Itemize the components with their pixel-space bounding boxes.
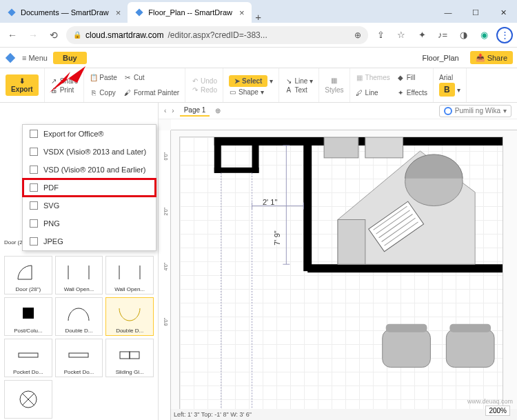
- pages-next-button[interactable]: ›: [172, 107, 174, 114]
- export-vsdx-item[interactable]: VSDX (Visio® 2013 and Later): [23, 143, 156, 161]
- add-page-button[interactable]: ⊕: [215, 107, 221, 114]
- buy-button[interactable]: Buy: [53, 52, 87, 64]
- url-path: /editor.aspx?credID=-383...: [168, 30, 267, 40]
- export-vsd-item[interactable]: VSD (Visio® 2010 and Earlier): [23, 161, 156, 179]
- shape-item[interactable]: Wall Open...: [105, 256, 154, 294]
- reload-button[interactable]: ⟲: [45, 27, 62, 43]
- close-button[interactable]: ✕: [489, 2, 517, 23]
- canvas-area: ‹ › Page 1 ⊕ Pumili ng Wika ▾ 0'0" 2'0" …: [159, 103, 517, 420]
- share-ribbon-button[interactable]: ↗Share: [50, 77, 79, 85]
- ruler-vertical: 0'0" 2'0" 4'0" 6'0": [159, 130, 171, 420]
- menu-button[interactable]: ≡Menu: [22, 54, 48, 62]
- shape-item[interactable]: Double D...: [55, 297, 103, 336]
- redo-button[interactable]: ↷Redo: [191, 86, 217, 94]
- minimize-button[interactable]: —: [434, 2, 462, 23]
- svg-point-16: [445, 108, 452, 114]
- svg-rect-25: [338, 219, 365, 264]
- svg-marker-1: [136, 8, 143, 16]
- shape-icon: ▭: [229, 88, 236, 96]
- shape-tool[interactable]: ▭Shape ▾: [229, 88, 273, 96]
- cut-icon: ✂: [124, 74, 132, 81]
- url-field[interactable]: 🔒 cloud.smartdraw.com/editor.aspx?credID…: [66, 26, 368, 44]
- svg-rect-19: [303, 137, 312, 271]
- close-icon[interactable]: ×: [239, 8, 245, 18]
- svg-rect-8: [23, 308, 34, 319]
- shape-item[interactable]: Door (28"): [4, 256, 52, 294]
- brush-icon: 🖌: [124, 89, 132, 97]
- extensions-button[interactable]: ✦: [414, 27, 430, 43]
- svg-rect-35: [383, 330, 431, 368]
- styles-icon: ▦: [330, 77, 338, 84]
- shape-item[interactable]: [4, 380, 52, 419]
- export-pdf-item[interactable]: PDF: [23, 179, 156, 197]
- lock-icon: 🔒: [73, 31, 81, 39]
- text-tool[interactable]: AText: [285, 86, 313, 94]
- ext-icon[interactable]: ◑: [455, 27, 472, 43]
- line-style-button[interactable]: 🖊Line: [356, 86, 390, 100]
- file-icon: [30, 183, 38, 192]
- shape-item[interactable]: Pocket Do...: [55, 339, 103, 377]
- bold-button[interactable]: B ▾: [439, 83, 460, 97]
- shape-item[interactable]: Pocket Do...: [4, 339, 52, 377]
- smartdraw-icon: [7, 8, 17, 17]
- file-icon: [30, 130, 38, 138]
- print-icon: 🖨: [50, 86, 58, 94]
- fill-button[interactable]: ◆Fill: [397, 71, 427, 85]
- maximize-button[interactable]: ☐: [462, 2, 489, 23]
- new-tab-button[interactable]: +: [252, 11, 265, 23]
- themes-icon: ▦: [356, 74, 363, 81]
- forward-button[interactable]: →: [25, 27, 41, 43]
- pages-prev-button[interactable]: ‹: [164, 107, 166, 114]
- browser-tab-active[interactable]: Floor_Plan -- SmartDraw ×: [128, 2, 251, 23]
- close-icon[interactable]: ×: [116, 8, 121, 18]
- select-tool[interactable]: ➤Select ▾: [229, 75, 273, 87]
- back-button[interactable]: ←: [4, 27, 21, 43]
- shape-item[interactable]: Post/Colu...: [4, 297, 52, 336]
- file-icon: [30, 201, 38, 210]
- line-icon: ↘: [285, 77, 292, 85]
- bookmark-button[interactable]: ☆: [393, 27, 409, 43]
- zoom-level[interactable]: 200%: [485, 406, 510, 416]
- svg-rect-12: [130, 352, 139, 359]
- svg-rect-32: [324, 137, 358, 158]
- window-controls: — ☐ ✕: [434, 2, 517, 23]
- browser-menu-button[interactable]: ⋮: [496, 27, 513, 43]
- share-page-button[interactable]: ⇪: [372, 27, 389, 43]
- browser-tab[interactable]: Documents — SmartDraw ×: [0, 2, 128, 23]
- export-office-item[interactable]: Export for Office®: [23, 125, 156, 143]
- effects-button[interactable]: ✦Effects: [397, 86, 427, 100]
- music-button[interactable]: ♪=: [434, 27, 451, 43]
- export-button[interactable]: ⬇ Export: [6, 74, 39, 96]
- export-png-item[interactable]: PNG: [23, 214, 156, 232]
- font-select[interactable]: Arial: [439, 74, 460, 81]
- language-select[interactable]: Pumili ng Wika ▾: [439, 105, 511, 117]
- share-button[interactable]: 📤Share: [470, 51, 513, 64]
- tab-title: Floor_Plan -- SmartDraw: [148, 8, 232, 17]
- drawing-canvas[interactable]: 0'0" 2'0" 4'0" 6'0": [159, 119, 517, 420]
- hamburger-icon: ≡: [22, 54, 26, 62]
- shape-item[interactable]: Sliding Gl...: [105, 339, 154, 377]
- tab-title: Documents — SmartDraw: [21, 8, 109, 17]
- themes-button[interactable]: ▦Themes: [356, 71, 390, 85]
- ext-icon[interactable]: ◉: [476, 27, 492, 43]
- undo-icon: ↶: [191, 77, 199, 85]
- floor-plan-page: 2' 1" 7' 9": [179, 137, 503, 419]
- export-jpeg-item[interactable]: JPEG: [23, 232, 156, 250]
- document-name[interactable]: Floor_Plan: [416, 54, 464, 62]
- paste-button[interactable]: 📋Paste: [90, 71, 117, 85]
- export-svg-item[interactable]: SVG: [23, 197, 156, 214]
- cut-button[interactable]: ✂Cut: [124, 71, 179, 85]
- search-icon[interactable]: ⊕: [354, 30, 361, 40]
- styles-button[interactable]: ▦Styles: [325, 77, 343, 94]
- format-painter-button[interactable]: 🖌Format Painter: [124, 86, 179, 100]
- print-button[interactable]: 🖨Print: [50, 86, 79, 94]
- svg-rect-9: [19, 353, 38, 357]
- undo-button[interactable]: ↶Undo: [191, 77, 217, 85]
- line-tool[interactable]: ↘Line ▾: [285, 77, 313, 85]
- page-tab[interactable]: Page 1: [180, 105, 210, 117]
- svg-rect-10: [69, 353, 88, 357]
- shape-item-selected[interactable]: Double D...: [105, 297, 154, 336]
- copy-button[interactable]: ⎘Copy: [90, 86, 117, 100]
- shape-item[interactable]: Wall Open...: [55, 256, 103, 294]
- text-icon: A: [285, 86, 292, 94]
